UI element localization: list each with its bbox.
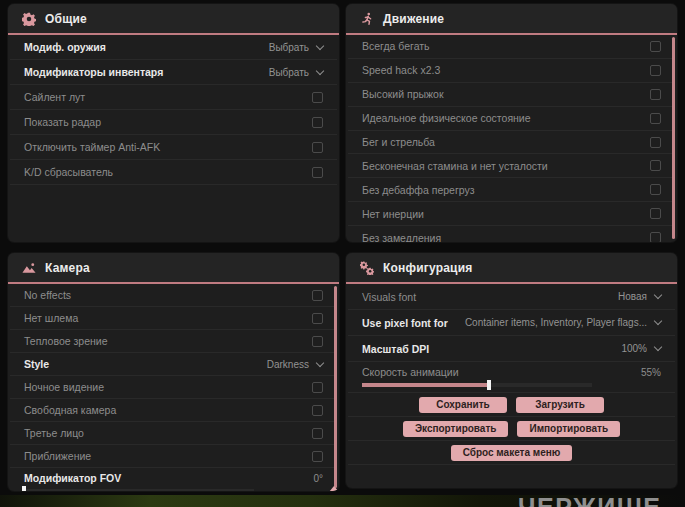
dropdown[interactable]: Новая bbox=[618, 291, 661, 302]
checkbox[interactable] bbox=[650, 160, 661, 171]
checkbox[interactable] bbox=[312, 405, 323, 416]
dropdown-row: Модиф. оружияВыбрать bbox=[10, 35, 337, 60]
action-button[interactable]: Экспортировать bbox=[403, 421, 509, 437]
checkbox-row[interactable]: Третье лицо bbox=[10, 422, 337, 445]
dropdown-row: Visuals fontНовая bbox=[348, 284, 675, 310]
checkbox-row[interactable]: Показать радар bbox=[10, 110, 337, 135]
dropdown-value: Новая bbox=[618, 291, 647, 302]
action-button[interactable]: Сохранить bbox=[419, 397, 507, 413]
row-label: Приближение bbox=[24, 450, 91, 462]
checkbox[interactable] bbox=[312, 142, 323, 153]
checkbox-row[interactable]: Бесконечная стамина и нет усталости bbox=[348, 154, 675, 178]
checkbox-row[interactable]: Сайлент лут bbox=[10, 85, 337, 110]
dropdown[interactable]: Выбрать bbox=[269, 67, 323, 78]
slider-handle[interactable] bbox=[487, 380, 491, 390]
checkbox-row[interactable]: Ночное видение bbox=[10, 376, 337, 399]
checkbox-row[interactable]: Приближение bbox=[10, 445, 337, 468]
dropdown[interactable]: 100% bbox=[621, 343, 661, 354]
watermark-text: ЧЕРЖИШЕ bbox=[518, 493, 661, 507]
checkbox-row[interactable]: Идеальное физическое состояние bbox=[348, 107, 675, 131]
row-label: Масштаб DPI bbox=[362, 343, 429, 355]
panel-camera: КамераNo effectsНет шлемаТепловое зрение… bbox=[8, 253, 339, 491]
panel-body: Visuals fontНоваяUse pixel font forConta… bbox=[346, 284, 677, 465]
row-label: Модификатор FOV bbox=[24, 472, 121, 484]
checkbox-row[interactable]: Тепловое зрение bbox=[10, 330, 337, 353]
action-button[interactable]: Сброс макета меню bbox=[451, 445, 573, 461]
panel-header[interactable]: Движение bbox=[346, 4, 677, 35]
panel-title: Движение bbox=[383, 12, 444, 26]
panel-header[interactable]: Общие bbox=[8, 4, 339, 35]
chevron-down-icon bbox=[654, 343, 662, 351]
checkbox-row[interactable]: Свободная камера bbox=[10, 399, 337, 422]
checkbox[interactable] bbox=[650, 208, 661, 219]
scroll-arrow-icon[interactable] bbox=[329, 486, 339, 491]
checkbox[interactable] bbox=[650, 232, 661, 242]
row-label: Speed hack x2.3 bbox=[362, 64, 440, 76]
checkbox-row[interactable]: Нет шлема bbox=[10, 307, 337, 330]
row-label: Свободная камера bbox=[24, 404, 116, 416]
checkbox[interactable] bbox=[312, 167, 323, 178]
image-icon bbox=[22, 261, 36, 275]
button-row: СохранитьЗагрузить bbox=[348, 393, 675, 417]
slider-handle[interactable] bbox=[22, 486, 26, 491]
dropdown-row: Use pixel font forContainer items, Inven… bbox=[348, 310, 675, 336]
dropdown-value: Выбрать bbox=[269, 42, 309, 53]
checkbox[interactable] bbox=[312, 382, 323, 393]
chevron-down-icon bbox=[654, 291, 662, 299]
checkbox-row[interactable]: K/D сбрасыватель bbox=[10, 160, 337, 185]
slider-value: 55% bbox=[641, 367, 661, 378]
checkbox[interactable] bbox=[650, 41, 661, 52]
panel-body: No effectsНет шлемаТепловое зрениеStyleD… bbox=[8, 284, 339, 491]
checkbox[interactable] bbox=[312, 92, 323, 103]
scrollbar[interactable] bbox=[672, 37, 675, 239]
row-label: Нет шлема bbox=[24, 312, 78, 324]
checkbox[interactable] bbox=[312, 290, 323, 301]
panel-header[interactable]: Конфигурация bbox=[346, 253, 677, 284]
checkbox-row[interactable]: Speed hack x2.3 bbox=[348, 59, 675, 83]
checkbox[interactable] bbox=[650, 65, 661, 76]
row-label: Высокий прыжок bbox=[362, 88, 444, 100]
panel-header[interactable]: Камера bbox=[8, 253, 339, 284]
checkbox-row[interactable]: Без дебаффа перегруз bbox=[348, 178, 675, 202]
row-label: Style bbox=[24, 358, 49, 370]
action-button[interactable]: Загрузить bbox=[516, 397, 604, 413]
gear-icon bbox=[22, 12, 36, 26]
row-label: Нет инерции bbox=[362, 208, 424, 220]
slider[interactable] bbox=[24, 489, 254, 491]
checkbox[interactable] bbox=[312, 313, 323, 324]
chevron-down-icon bbox=[654, 317, 662, 325]
row-label: Скорость анимации bbox=[362, 366, 459, 378]
checkbox[interactable] bbox=[312, 428, 323, 439]
dropdown[interactable]: Container items, Inventory, Player flags… bbox=[465, 317, 661, 328]
checkbox-row[interactable]: Всегда бегать bbox=[348, 35, 675, 59]
checkbox[interactable] bbox=[312, 451, 323, 462]
dropdown[interactable]: Выбрать bbox=[269, 42, 323, 53]
gears-icon bbox=[360, 261, 374, 275]
row-label: Модиф. оружия bbox=[24, 41, 106, 53]
slider-row: Модификатор FOV0° bbox=[10, 468, 337, 491]
scrollbar[interactable] bbox=[334, 286, 337, 488]
action-button[interactable]: Импортировать bbox=[517, 421, 620, 437]
dropdown-value: Выбрать bbox=[269, 67, 309, 78]
dropdown[interactable]: Darkness bbox=[267, 359, 323, 370]
checkbox[interactable] bbox=[650, 89, 661, 100]
checkbox[interactable] bbox=[650, 184, 661, 195]
checkbox-row[interactable]: Бег и стрельба bbox=[348, 131, 675, 155]
row-label: Без дебаффа перегруз bbox=[362, 184, 475, 196]
checkbox[interactable] bbox=[312, 117, 323, 128]
checkbox-row[interactable]: Нет инерции bbox=[348, 202, 675, 226]
slider-header: Скорость анимации55% bbox=[362, 364, 661, 380]
dropdown-row: StyleDarkness bbox=[10, 353, 337, 376]
checkbox-row[interactable]: Отключить таймер Anti-AFK bbox=[10, 135, 337, 160]
checkbox[interactable] bbox=[312, 336, 323, 347]
slider[interactable] bbox=[362, 383, 592, 387]
checkbox-row[interactable]: Без замедления bbox=[348, 226, 675, 242]
row-label: Всегда бегать bbox=[362, 40, 430, 52]
checkbox-row[interactable]: Высокий прыжок bbox=[348, 83, 675, 107]
checkbox[interactable] bbox=[650, 113, 661, 124]
row-label: Сайлент лут bbox=[24, 91, 85, 103]
checkbox-row[interactable]: No effects bbox=[10, 284, 337, 307]
checkbox[interactable] bbox=[650, 137, 661, 148]
row-label: Бесконечная стамина и нет усталости bbox=[362, 160, 548, 172]
row-label: Use pixel font for bbox=[362, 317, 448, 329]
